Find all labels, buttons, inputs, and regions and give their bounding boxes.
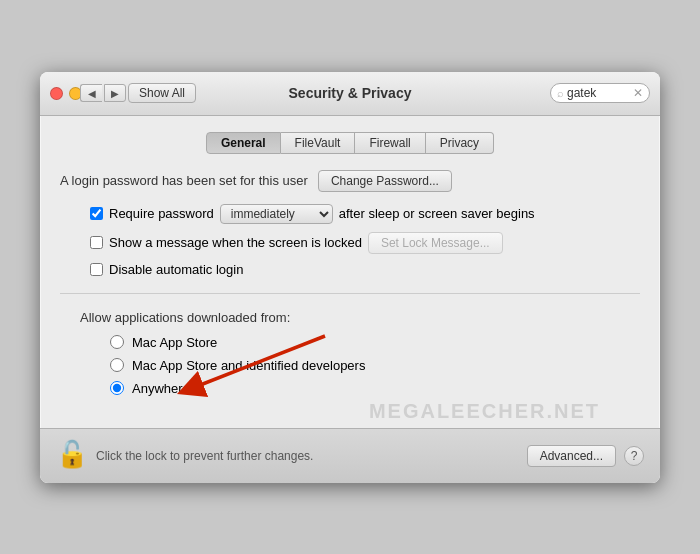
- tab-bar: General FileVault Firewall Privacy: [60, 132, 640, 154]
- checkboxes-area: Require password immediately after sleep…: [90, 204, 640, 277]
- password-timing-dropdown[interactable]: immediately: [220, 204, 333, 224]
- radio-mac-app-store[interactable]: [110, 335, 124, 349]
- search-clear-icon[interactable]: ✕: [633, 86, 643, 100]
- radio-anywhere-label: Anywhere: [132, 381, 190, 396]
- divider: [60, 293, 640, 294]
- help-button[interactable]: ?: [624, 446, 644, 466]
- disable-login-checkbox[interactable]: [90, 263, 103, 276]
- downloads-section: Allow applications downloaded from: Mac …: [60, 310, 640, 396]
- disable-login-label: Disable automatic login: [109, 262, 243, 277]
- require-password-checkbox[interactable]: [90, 207, 103, 220]
- disable-login-row: Disable automatic login: [90, 262, 640, 277]
- lock-icon[interactable]: 🔓: [56, 439, 86, 473]
- tab-general[interactable]: General: [206, 132, 281, 154]
- window-title: Security & Privacy: [289, 85, 412, 101]
- show-message-row: Show a message when the screen is locked…: [90, 232, 640, 254]
- radio-mac-app-row: Mac App Store: [110, 335, 640, 350]
- require-password-label: Require password: [109, 206, 214, 221]
- set-lock-message-button[interactable]: Set Lock Message...: [368, 232, 503, 254]
- radio-mac-identified[interactable]: [110, 358, 124, 372]
- tab-filevault[interactable]: FileVault: [281, 132, 356, 154]
- downloads-label: Allow applications downloaded from:: [80, 310, 640, 325]
- require-password-row: Require password immediately after sleep…: [90, 204, 640, 224]
- advanced-button[interactable]: Advanced...: [527, 445, 616, 467]
- show-message-checkbox[interactable]: [90, 236, 103, 249]
- radio-mac-identified-row: Mac App Store and identified developers: [110, 358, 640, 373]
- show-all-button[interactable]: Show All: [128, 83, 196, 103]
- nav-controls: ◀ ▶: [80, 84, 126, 102]
- radio-mac-identified-label: Mac App Store and identified developers: [132, 358, 365, 373]
- tab-privacy[interactable]: Privacy: [426, 132, 494, 154]
- back-button[interactable]: ◀: [80, 84, 102, 102]
- tab-firewall[interactable]: Firewall: [355, 132, 425, 154]
- radio-mac-app-label: Mac App Store: [132, 335, 217, 350]
- search-box: ⌕ ✕: [550, 83, 650, 103]
- footer-text: Click the lock to prevent further change…: [96, 449, 313, 463]
- forward-button[interactable]: ▶: [104, 84, 126, 102]
- search-input[interactable]: [567, 86, 627, 100]
- radio-anywhere[interactable]: [110, 381, 124, 395]
- login-password-row: A login password has been set for this u…: [60, 170, 640, 192]
- close-button[interactable]: [50, 87, 63, 100]
- footer: 🔓 Click the lock to prevent further chan…: [40, 428, 660, 483]
- radio-group: Mac App Store Mac App Store and identifi…: [110, 335, 640, 396]
- radio-anywhere-row: Anywhere: [110, 381, 640, 396]
- footer-right: Advanced... ?: [517, 445, 644, 467]
- change-password-button[interactable]: Change Password...: [318, 170, 452, 192]
- main-window: ◀ ▶ Show All Security & Privacy ⌕ ✕ Gene…: [40, 72, 660, 483]
- show-message-label: Show a message when the screen is locked: [109, 235, 362, 250]
- search-icon: ⌕: [557, 87, 564, 99]
- content-area: General FileVault Firewall Privacy A log…: [40, 116, 660, 428]
- title-bar: ◀ ▶ Show All Security & Privacy ⌕ ✕: [40, 72, 660, 116]
- login-password-text: A login password has been set for this u…: [60, 173, 308, 188]
- after-sleep-text: after sleep or screen saver begins: [339, 206, 535, 221]
